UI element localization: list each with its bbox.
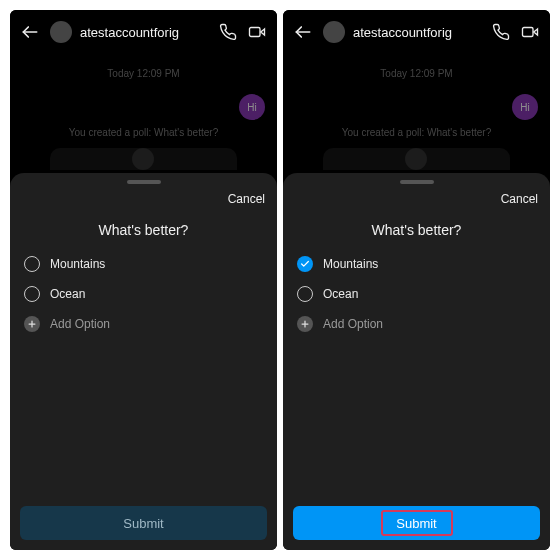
poll-option-label: Mountains bbox=[50, 257, 105, 271]
cancel-button[interactable]: Cancel bbox=[228, 192, 265, 206]
add-option-button[interactable]: Add Option bbox=[24, 316, 263, 332]
avatar[interactable] bbox=[323, 21, 345, 43]
chat-body: Today 12:09 PM Hi You created a poll: Wh… bbox=[283, 54, 550, 170]
poll-sheet: Cancel What's better? Mountains Ocean A bbox=[283, 173, 550, 550]
add-option-label: Add Option bbox=[50, 317, 110, 331]
poll-card-preview bbox=[323, 148, 510, 170]
submit-button[interactable]: Submit bbox=[293, 506, 540, 540]
message-bubble: Hi bbox=[239, 94, 265, 120]
svg-rect-6 bbox=[523, 28, 534, 37]
phone-left: atestaccountforig Today 12:09 PM Hi You … bbox=[10, 10, 277, 550]
back-icon[interactable] bbox=[293, 22, 313, 42]
chat-timestamp: Today 12:09 PM bbox=[10, 68, 277, 79]
poll-created-text: You created a poll: What's better? bbox=[10, 127, 277, 138]
avatar[interactable] bbox=[50, 21, 72, 43]
plus-icon bbox=[24, 316, 40, 332]
call-icon[interactable] bbox=[219, 23, 237, 41]
svg-marker-2 bbox=[261, 29, 265, 35]
poll-option-mountains[interactable]: Mountains bbox=[24, 256, 263, 272]
poll-option-ocean[interactable]: Ocean bbox=[24, 286, 263, 302]
poll-option-label: Mountains bbox=[323, 257, 378, 271]
svg-rect-1 bbox=[250, 28, 261, 37]
submit-label: Submit bbox=[123, 516, 163, 531]
svg-marker-7 bbox=[534, 29, 538, 35]
poll-sheet: Cancel What's better? Mountains Ocean A bbox=[10, 173, 277, 550]
submit-button[interactable]: Submit bbox=[20, 506, 267, 540]
chat-timestamp: Today 12:09 PM bbox=[283, 68, 550, 79]
poll-options: Mountains Ocean Add Option bbox=[10, 256, 277, 332]
back-icon[interactable] bbox=[20, 22, 40, 42]
poll-option-label: Ocean bbox=[50, 287, 85, 301]
poll-question: What's better? bbox=[10, 222, 277, 238]
add-option-label: Add Option bbox=[323, 317, 383, 331]
video-icon[interactable] bbox=[520, 23, 540, 41]
phone-right: atestaccountforig Today 12:09 PM Hi You … bbox=[283, 10, 550, 550]
poll-created-text: You created a poll: What's better? bbox=[283, 127, 550, 138]
poll-option-mountains[interactable]: Mountains bbox=[297, 256, 536, 272]
cancel-button[interactable]: Cancel bbox=[501, 192, 538, 206]
radio-icon[interactable] bbox=[297, 286, 313, 302]
chat-username[interactable]: atestaccountforig bbox=[80, 25, 179, 40]
call-icon[interactable] bbox=[492, 23, 510, 41]
radio-icon[interactable] bbox=[24, 286, 40, 302]
submit-label: Submit bbox=[396, 516, 436, 531]
message-bubble: Hi bbox=[512, 94, 538, 120]
chat-body: Today 12:09 PM Hi You created a poll: Wh… bbox=[10, 54, 277, 170]
poll-option-ocean[interactable]: Ocean bbox=[297, 286, 536, 302]
poll-options: Mountains Ocean Add Option bbox=[283, 256, 550, 332]
radio-icon[interactable] bbox=[24, 256, 40, 272]
add-option-button[interactable]: Add Option bbox=[297, 316, 536, 332]
poll-question: What's better? bbox=[283, 222, 550, 238]
plus-icon bbox=[297, 316, 313, 332]
poll-option-label: Ocean bbox=[323, 287, 358, 301]
chat-header: atestaccountforig bbox=[283, 10, 550, 54]
radio-icon-checked[interactable] bbox=[297, 256, 313, 272]
poll-card-preview bbox=[50, 148, 237, 170]
video-icon[interactable] bbox=[247, 23, 267, 41]
chat-username[interactable]: atestaccountforig bbox=[353, 25, 452, 40]
chat-header: atestaccountforig bbox=[10, 10, 277, 54]
